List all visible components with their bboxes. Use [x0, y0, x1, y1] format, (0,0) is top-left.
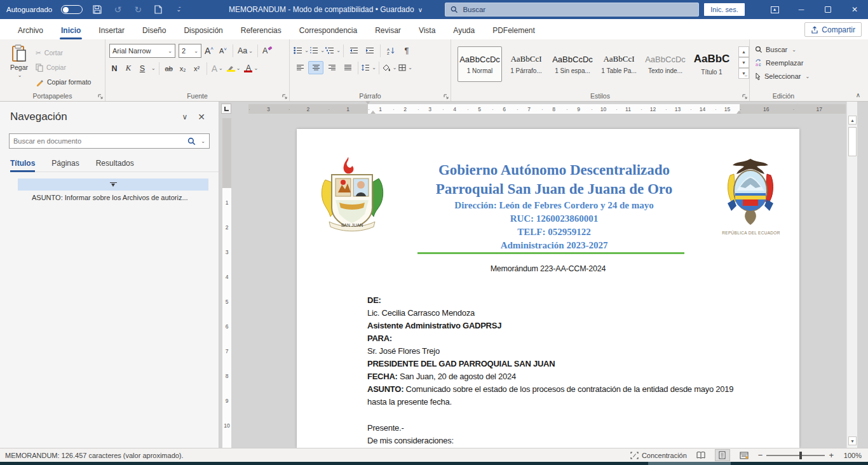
scroll-down-icon[interactable]: ▼ [848, 436, 857, 445]
navigation-chevron-icon[interactable]: ∨ [177, 112, 193, 121]
font-name-combobox[interactable]: Arial Narrow ⌄ [109, 44, 175, 58]
close-button[interactable]: ✕ [841, 0, 868, 19]
customize-qat-icon[interactable]: ⌄̄ [173, 4, 184, 15]
change-case-button[interactable]: Aa⌄ [236, 44, 254, 58]
search-input[interactable] [463, 6, 693, 13]
nav-tab-resultados[interactable]: Resultados [96, 159, 134, 172]
increase-indent-button[interactable] [362, 44, 377, 57]
autosave-toggle[interactable] [61, 5, 83, 14]
focus-mode-button[interactable]: Concentración [630, 452, 687, 459]
numbering-button[interactable]: ⌄ [309, 44, 325, 57]
zoom-out-icon[interactable]: − [758, 450, 763, 460]
sort-button[interactable]: AZ [383, 44, 398, 57]
shading-button[interactable]: ⌄ [382, 61, 397, 74]
style-card[interactable]: AaBbCTítulo 1 [689, 46, 734, 82]
select-button[interactable]: Seleccionar ⌄ [755, 70, 815, 83]
clipboard-dialog-launcher[interactable] [98, 94, 103, 99]
styles-scroll-down-icon[interactable]: ▼ [738, 57, 749, 68]
tab-inicio[interactable]: Inicio [52, 21, 90, 39]
font-color-button[interactable]: A⌄ [243, 62, 259, 75]
style-card[interactable]: AaBbCcDc1 Sin espa... [550, 46, 595, 82]
document-search-input[interactable] [13, 137, 184, 145]
align-right-button[interactable] [324, 61, 339, 74]
format-painter-button[interactable]: Copiar formato [36, 76, 91, 88]
strikethrough-button[interactable]: ab [163, 62, 175, 75]
titlebar-search[interactable] [445, 3, 699, 17]
line-spacing-button[interactable]: ⌄ [361, 61, 376, 74]
document-search-box[interactable]: ⌄ [9, 133, 210, 149]
copy-button[interactable]: Copiar [36, 61, 91, 74]
zoom-in-icon[interactable]: + [829, 450, 834, 460]
heading-item[interactable]: ASUNTO: Informar sobre los Archivos de a… [32, 194, 219, 201]
style-card[interactable]: AaBbCcI1 Table Pa... [597, 46, 641, 82]
grow-font-button[interactable]: A˄ [203, 44, 215, 58]
nav-tab-páginas[interactable]: Páginas [51, 159, 79, 172]
tab-insertar[interactable]: Insertar [90, 21, 133, 39]
find-button[interactable]: Buscar ⌄ [755, 43, 815, 56]
new-document-icon[interactable] [153, 4, 164, 15]
web-layout-button[interactable] [736, 449, 752, 461]
font-size-combobox[interactable]: 2 ⌄ [179, 44, 201, 58]
character-count[interactable]: MEMORANDUM: 126.457 caracteres (valor ap… [0, 452, 184, 459]
sign-in-button[interactable]: Inic. ses. [704, 3, 745, 16]
style-card[interactable]: AaBbCcDcTexto inde... [643, 46, 688, 82]
highlight-button[interactable]: ⌄ [226, 62, 242, 75]
subscript-button[interactable]: x₂ [177, 62, 189, 75]
read-mode-button[interactable] [693, 449, 709, 461]
tab-disposición[interactable]: Disposición [175, 21, 231, 39]
justify-button[interactable] [340, 61, 355, 74]
styles-scroll-up-icon[interactable]: ▲ [738, 46, 749, 57]
collapse-ribbon-icon[interactable]: ∧ [856, 91, 860, 98]
minimize-button[interactable]: ─ [788, 0, 815, 19]
undo-icon[interactable]: ↺ [112, 4, 123, 15]
ribbon-display-options-button[interactable]: ▴ [761, 0, 788, 19]
save-icon[interactable] [92, 4, 103, 15]
replace-button[interactable]: ac Reemplazar [755, 57, 815, 69]
shrink-font-button[interactable]: A˅ [217, 44, 229, 58]
styles-dialog-launcher[interactable] [742, 94, 747, 99]
paste-button[interactable]: Pegar ⌄ [3, 43, 36, 90]
print-layout-button[interactable] [715, 449, 730, 461]
title-chevron-icon[interactable]: ∨ [418, 6, 423, 13]
bold-button[interactable]: N [108, 62, 121, 75]
memo-body[interactable]: DE:Lic. Cecilia Carrasco MendozaAsistent… [367, 294, 735, 447]
cut-button[interactable]: ✂ Cortar [36, 46, 91, 59]
bullets-button[interactable]: ⌄ [294, 44, 309, 57]
font-dialog-launcher[interactable] [282, 94, 287, 99]
tab-stop-selector[interactable] [221, 104, 231, 114]
tab-ayuda[interactable]: Ayuda [444, 21, 484, 39]
vertical-ruler[interactable]: 12345678910 [222, 118, 231, 448]
superscript-button[interactable]: x² [191, 62, 203, 75]
underline-button[interactable]: S [136, 62, 149, 75]
nav-search-chevron-icon[interactable]: ⌄ [201, 138, 205, 144]
nav-tab-títulos[interactable]: Títulos [10, 159, 35, 172]
tab-correspondencia[interactable]: Correspondencia [290, 21, 366, 39]
underline-chevron-icon[interactable]: ⌄ [151, 65, 156, 71]
vertical-scrollbar[interactable]: ▲ ▼ [846, 102, 857, 448]
styles-more-icon[interactable]: ▼̲ [738, 68, 749, 79]
zoom-slider-thumb[interactable] [799, 452, 802, 459]
italic-button[interactable]: K [122, 62, 135, 75]
show-marks-button[interactable]: ¶ [399, 44, 414, 57]
document-page[interactable]: SAN JUAN REPÚBLICA DEL ECUADOR [297, 129, 799, 448]
decrease-indent-button[interactable] [346, 44, 362, 57]
borders-button[interactable]: ⌄ [398, 61, 413, 74]
zoom-slider[interactable] [766, 455, 825, 456]
multilevel-list-button[interactable]: ⌄ [325, 44, 341, 57]
redo-icon[interactable]: ↻ [132, 4, 144, 15]
style-card[interactable]: AaBbCcI1 Párrafo... [504, 46, 548, 82]
navigation-close-icon[interactable]: ✕ [193, 112, 210, 122]
clear-formatting-button[interactable]: A [261, 44, 274, 58]
tab-vista[interactable]: Vista [410, 21, 444, 39]
align-left-button[interactable] [292, 61, 308, 74]
style-card[interactable]: AaBbCcDc1 Normal [458, 46, 502, 82]
align-center-button[interactable] [308, 61, 323, 74]
scroll-up-icon[interactable]: ▲ [848, 116, 857, 125]
paragraph-dialog-launcher[interactable] [444, 94, 449, 99]
tab-pdfelement[interactable]: PDFelement [484, 21, 544, 39]
zoom-percentage[interactable]: 100% [840, 452, 862, 459]
horizontal-ruler[interactable]: 321 123456789101112131415 1617 [248, 104, 846, 114]
tab-diseño[interactable]: Diseño [133, 21, 175, 39]
heading-item-selected[interactable] [18, 179, 208, 191]
tab-revisar[interactable]: Revisar [366, 21, 410, 39]
